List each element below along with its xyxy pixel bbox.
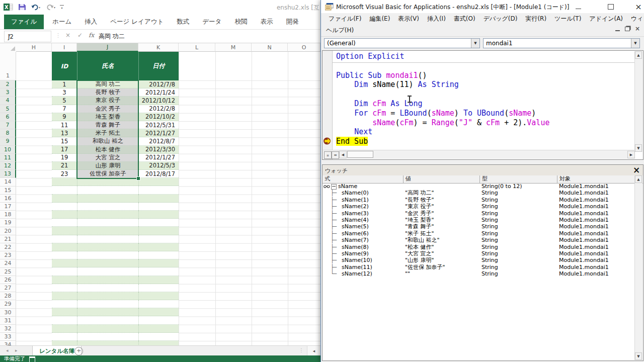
enter-button[interactable]: ✓ [77,32,83,39]
cell-id[interactable] [52,308,77,316]
row-header[interactable]: 18 [0,211,16,219]
excel-logo-icon[interactable]: X [3,2,13,12]
cell-id[interactable] [52,292,77,300]
fill-handle[interactable] [136,176,140,180]
cell-name[interactable] [77,276,138,284]
mdi-close-icon[interactable]: × [635,26,640,31]
cell-id[interactable] [52,186,77,194]
cell-date[interactable] [138,211,179,219]
redo-dropdown-icon[interactable]: ▾ [54,6,55,9]
watch-row[interactable]: ├─sName(3)"金沢 秀子"StringModule1.mondai1 [323,210,635,217]
cell-date[interactable] [138,203,179,211]
ribbon-tab[interactable]: ページ レイアウト [104,15,170,29]
cell-date[interactable] [138,227,179,235]
row-header[interactable]: 12 [0,162,16,170]
close-button[interactable]: × [633,2,644,11]
scroll-down-icon[interactable]: ▼ [635,144,642,152]
row-header[interactable]: 14 [0,178,16,186]
ribbon-tab[interactable]: ファイル [4,15,44,29]
code-line[interactable]: Public Sub mondai1() [336,71,635,80]
cell-date[interactable] [138,284,179,292]
cell-id[interactable] [52,227,77,235]
cell-date[interactable]: 2012/2/8 [138,105,179,113]
vba-menu-item[interactable]: アドイン(A) [585,15,627,23]
column-header[interactable]: J [77,43,138,52]
cell-id[interactable] [52,211,77,219]
cell-id[interactable] [52,251,77,259]
cell-date[interactable]: 2012/10/12 [138,97,179,105]
cell-name[interactable] [77,219,138,227]
cell-id[interactable] [52,195,77,203]
ribbon-tab[interactable]: 数式 [170,15,196,29]
cell-id[interactable] [52,316,77,324]
row-header[interactable]: 1 [0,52,16,80]
customize-qat-button[interactable]: ▾ [58,2,65,12]
cancel-button[interactable]: × [65,32,70,39]
cell-id[interactable] [52,300,77,308]
watch-row[interactable]: ├─sName(11)"佐世保 加奈子"StringModule1.mondai… [323,264,635,270]
minimize-button[interactable] [573,2,584,11]
undo-button[interactable]: ▾ [29,2,42,12]
cell-date[interactable]: 2012/5/31 [138,121,179,129]
cell-name[interactable] [77,292,138,300]
row-header[interactable]: 27 [0,284,16,292]
cell-date[interactable]: 2012/5/3 [138,162,179,170]
watch-row[interactable]: └─sName(12)""StringModule1.mondai1 [323,270,635,277]
ribbon-tab[interactable]: 表示 [254,15,279,29]
row-header[interactable]: 24 [0,259,16,267]
mdi-restore-icon[interactable] [625,27,630,31]
hscroll-left-icon[interactable]: ◂ [307,346,320,356]
cell-date[interactable] [138,219,179,227]
cell-name[interactable]: 山形 康明 [77,162,138,170]
cell-name[interactable]: 米子 拓土 [77,129,138,137]
cell-date[interactable] [138,316,179,324]
row-header[interactable]: 10 [0,146,16,154]
watch-title-bar[interactable]: ウォッチ × [323,165,643,176]
cell-name[interactable] [77,284,138,292]
code-window[interactable]: Option ExplicitPublic Sub mondai1() Dim … [322,50,643,160]
select-all-corner[interactable] [0,43,17,52]
cell-name[interactable]: 東京 役子 [77,97,138,105]
cell-id[interactable]: 17 [52,146,77,154]
row-header[interactable]: 32 [0,325,16,333]
cell-id[interactable]: 11 [52,121,77,129]
cell-date[interactable] [138,195,179,203]
cell-date[interactable]: 2012/1/27 [138,154,179,162]
cell-name[interactable] [77,195,138,203]
cell-date[interactable]: 2012/10/2 [138,113,179,121]
cell-id[interactable] [52,333,77,341]
cell-date[interactable] [138,341,179,345]
cell-id[interactable] [52,284,77,292]
row-header[interactable]: 16 [0,195,16,203]
row-header[interactable]: 25 [0,268,16,276]
cell-date[interactable] [138,308,179,316]
procedure-dropdown[interactable]: mondai1 ▼ [483,38,640,48]
scroll-up-icon[interactable]: ▲ [635,51,642,59]
code-line[interactable]: Dim sName(11) As String [336,80,635,89]
row-header[interactable]: 11 [0,154,16,162]
scroll-left-icon[interactable]: ◀ [339,151,347,158]
watch-scroll-down-icon[interactable]: ▼ [635,352,642,360]
cell-name[interactable] [77,267,138,276]
row-header[interactable]: 2 [0,80,16,88]
cell-id[interactable]: 7 [52,105,77,113]
vba-title-bar[interactable]: Microsoft Visual Basic for Applications … [321,0,644,13]
name-box[interactable]: J2 ▼ [4,31,51,42]
watch-row[interactable]: ├─sName(10)"山形 康明"StringModule1.mondai1 [323,257,635,263]
cell-name[interactable] [77,251,138,259]
watch-row[interactable]: ├─sName(5)"青森 舞子"StringModule1.mondai1 [323,223,635,230]
row-header[interactable]: 28 [0,292,16,300]
cell-date[interactable]: 2012/7/8 [138,80,179,88]
watch-vscrollbar[interactable]: ▲ ▼ [634,175,642,360]
code-line[interactable] [336,89,635,99]
row-header[interactable]: 33 [0,333,16,341]
ribbon-tab[interactable]: データ [196,15,228,29]
cell-name[interactable]: 青森 舞子 [77,121,138,129]
cell-id[interactable] [52,243,77,251]
row-header[interactable]: 22 [0,243,16,251]
procedure-dropdown-arrow-icon[interactable]: ▼ [631,39,639,48]
cell-date[interactable] [138,325,179,333]
cell-id[interactable] [52,267,77,276]
cell-id[interactable]: 21 [52,162,77,170]
watch-column-header[interactable]: 式 [323,175,403,183]
